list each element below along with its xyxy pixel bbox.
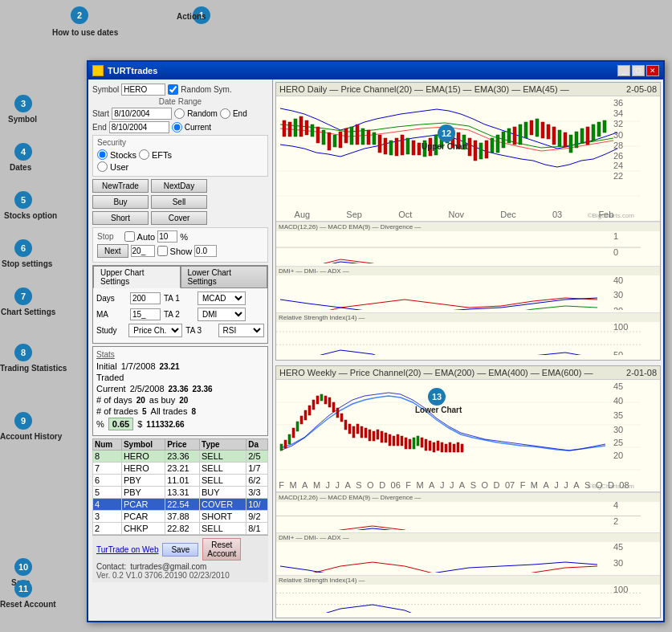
- svg-rect-40: [485, 141, 488, 158]
- stocks-radio[interactable]: [97, 149, 108, 160]
- minimize-button[interactable]: _: [617, 65, 630, 76]
- stats-days-row: # of days 20 as buy 20: [96, 395, 264, 405]
- svg-rect-120: [409, 439, 411, 449]
- svg-text:30: 30: [613, 130, 623, 140]
- account-table-scroll[interactable]: Num Symbol Price Type Da 8HERO23.36SELL2…: [92, 438, 268, 535]
- svg-rect-119: [405, 438, 407, 449]
- table-row[interactable]: 7HERO23.21SELL1/7: [93, 463, 268, 475]
- next-val-input[interactable]: [131, 245, 155, 257]
- svg-text:100: 100: [613, 322, 628, 332]
- svg-rect-110: [369, 430, 371, 441]
- ta2-select[interactable]: DMIMCADRSI: [198, 308, 246, 321]
- show-checkbox[interactable]: [157, 246, 168, 256]
- left-panel: Symbol Random Sym. Date Range Start Rand…: [88, 80, 273, 621]
- bubble-4-label: Dates: [10, 163, 31, 172]
- bubble-1-label: Actions: [177, 12, 206, 21]
- lower-macd-svg: 4 2 0 -2: [276, 502, 660, 530]
- svg-rect-108: [360, 426, 363, 438]
- ta1-select[interactable]: MCADDMIRSI: [198, 292, 246, 305]
- sell-button[interactable]: Sell: [151, 195, 207, 209]
- svg-rect-92: [296, 422, 299, 431]
- stop-section: Stop Auto % Next Show: [92, 227, 268, 263]
- svg-rect-60: [597, 122, 601, 137]
- table-row[interactable]: 6PBY11.01SELL6/2: [93, 475, 268, 487]
- web-link[interactable]: TurTrade on Web: [96, 545, 158, 554]
- security-section: Security Stocks EFTs User: [92, 135, 268, 177]
- user-radio[interactable]: [97, 161, 108, 172]
- svg-text:35: 35: [613, 410, 623, 420]
- svg-rect-59: [592, 124, 595, 141]
- num-trades-label: # of trades: [96, 406, 138, 416]
- ta2-label: TA 2: [164, 310, 194, 319]
- upper-macd-label: MACD(12,26) — MACD EMA(9) — Divergence —: [276, 222, 660, 231]
- symbol-input[interactable]: [121, 84, 165, 96]
- svg-rect-20: [373, 133, 376, 145]
- svg-rect-96: [312, 400, 315, 410]
- ma-input[interactable]: [130, 308, 161, 320]
- end-date-input[interactable]: [109, 121, 169, 133]
- new-trade-button[interactable]: NewTrade: [92, 179, 149, 193]
- svg-rect-22: [384, 138, 387, 154]
- save-button[interactable]: Save: [162, 543, 198, 557]
- stop-pct-input[interactable]: [157, 230, 177, 243]
- current-radio[interactable]: [172, 122, 182, 133]
- bubble-7-label: Chart Settings: [1, 308, 55, 316]
- svg-rect-91: [292, 428, 295, 438]
- short-button[interactable]: Short: [92, 211, 149, 225]
- current-label-stats: Current: [96, 384, 126, 393]
- next-day-button[interactable]: NextDay: [151, 179, 207, 193]
- svg-rect-16: [350, 127, 353, 145]
- efts-radio[interactable]: [139, 149, 149, 160]
- svg-rect-49: [536, 119, 539, 137]
- upper-dmi-svg: 40 30 20 10 0: [276, 275, 660, 310]
- buy-button[interactable]: Buy: [92, 195, 149, 209]
- random-sym-checkbox[interactable]: [168, 84, 178, 95]
- account-history: Num Symbol Price Type Da 8HERO23.36SELL2…: [92, 438, 268, 535]
- stop-val-input[interactable]: [194, 245, 217, 257]
- svg-rect-41: [491, 138, 494, 153]
- start-date-input[interactable]: [112, 108, 172, 120]
- svg-rect-55: [569, 135, 572, 153]
- svg-text:30: 30: [613, 425, 623, 434]
- svg-text:30: 30: [613, 558, 623, 568]
- reset-account-button[interactable]: Reset Account: [202, 538, 241, 561]
- table-row[interactable]: 3PCAR37.88SHORT9/2: [93, 511, 268, 523]
- svg-text:40: 40: [613, 396, 623, 406]
- days-input[interactable]: [130, 292, 161, 304]
- table-row[interactable]: 5PBY13.31BUY3/3: [93, 487, 268, 499]
- svg-text:28: 28: [613, 141, 623, 150]
- random-radio[interactable]: [174, 108, 185, 119]
- svg-rect-61: [603, 120, 606, 133]
- svg-text:30: 30: [613, 290, 623, 300]
- ta3-select[interactable]: RSIMCADDMI: [218, 324, 264, 337]
- bubble-6: 6: [14, 239, 32, 257]
- svg-rect-130: [449, 442, 451, 452]
- svg-rect-115: [389, 434, 391, 446]
- bubble-5: 5: [14, 191, 32, 209]
- next-button[interactable]: Next: [97, 244, 128, 258]
- end-radio[interactable]: [220, 108, 230, 119]
- lower-macd-label: MACD(12,26) — MACD EMA(9) — Divergence —: [276, 493, 660, 502]
- bubble-2-label: How to use dates: [52, 28, 118, 37]
- table-row[interactable]: 4PCAR22.54COVER10/: [93, 499, 268, 511]
- upper-chart-tab[interactable]: Upper Chart Settings: [93, 266, 181, 288]
- study-select[interactable]: Price Ch.Volume: [128, 324, 182, 337]
- svg-rect-18: [361, 128, 365, 145]
- bubble-6-label: Stop settings: [2, 259, 52, 268]
- upper-price-svg: 36 34 32 30 28 26 24 22: [276, 96, 660, 221]
- all-trades-val: 8: [191, 407, 196, 416]
- current-label: Current: [185, 123, 211, 132]
- table-row[interactable]: 2CHKP22.82SELL8/1: [93, 523, 268, 535]
- close-button[interactable]: ✕: [646, 65, 659, 76]
- svg-rect-12: [328, 133, 331, 150]
- auto-checkbox[interactable]: [124, 231, 135, 242]
- buy-sell-row: Buy Sell: [92, 195, 268, 209]
- cover-button[interactable]: Cover: [151, 211, 207, 225]
- svg-rect-8: [305, 120, 308, 135]
- maximize-button[interactable]: □: [632, 65, 645, 76]
- lower-rsi-chart: Relative Strength Index(14) — 100 50 0: [276, 575, 660, 615]
- lower-chart-tab[interactable]: Lower Chart Settings: [181, 266, 268, 288]
- current-val1: 23.36: [169, 385, 189, 393]
- table-row[interactable]: 8HERO23.36SELL2/5: [93, 451, 268, 463]
- svg-rect-39: [479, 143, 483, 159]
